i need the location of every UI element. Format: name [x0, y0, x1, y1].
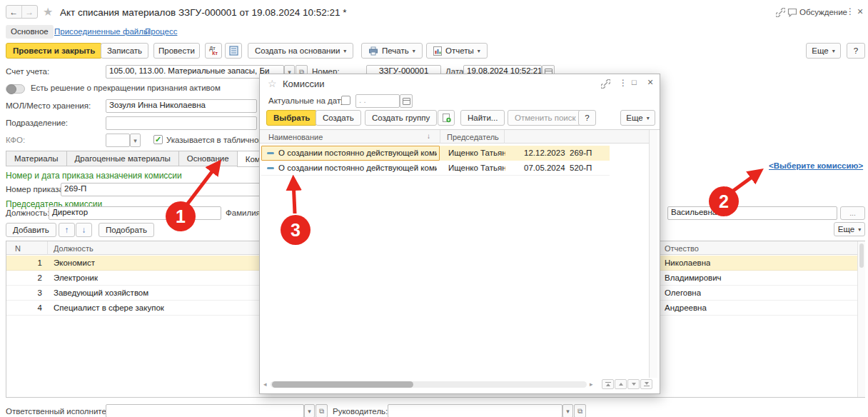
favorite-star-icon[interactable]: ★	[43, 5, 53, 19]
check-icon: ✓	[155, 135, 161, 144]
modal-menu-dots-icon[interactable]: ⋮	[619, 78, 627, 88]
column-header-name[interactable]: Наименование	[268, 133, 323, 141]
nav-item-process[interactable]: Процесс	[145, 27, 177, 36]
form-more-button[interactable]: Еще▾	[806, 43, 841, 59]
tab-basis[interactable]: Основание	[178, 151, 238, 166]
add-row-button[interactable]: Добавить	[6, 223, 56, 237]
manager-open-button[interactable]: ⧉	[574, 404, 586, 417]
horizontal-scrollbar[interactable]	[271, 381, 587, 388]
responsible-label: Ответственный исполнитель:	[6, 407, 117, 416]
go-first-button[interactable]	[602, 379, 614, 389]
post-button[interactable]: Провести	[153, 43, 200, 59]
department-field[interactable]	[106, 116, 257, 130]
dt-kt-button[interactable]: ДтКт	[205, 43, 222, 59]
choose-commission-link[interactable]: <Выберите комиссию>	[769, 161, 863, 170]
list-row[interactable]: О создании постоянно действующей комисси…	[261, 161, 610, 176]
discussion-label[interactable]: Обсуждение	[799, 8, 847, 16]
row-patronymic: Олеговна	[665, 288, 701, 297]
patronymic-field[interactable]: Васильевна	[667, 206, 837, 220]
order-number-field[interactable]: 269-П	[61, 183, 268, 196]
responsible-field[interactable]	[106, 404, 304, 417]
back-icon: ←	[9, 7, 18, 17]
titlebar-close-icon[interactable]: ×	[857, 6, 863, 17]
responsible-dropdown-button[interactable]: ▾	[304, 404, 315, 417]
actual-date-calendar-button[interactable]	[400, 94, 413, 108]
kfo-field[interactable]	[106, 134, 130, 147]
triangle-down-icon	[645, 382, 649, 385]
row-number: 520-П	[570, 164, 592, 172]
move-down-button[interactable]: ↓	[76, 223, 92, 237]
mol-label: МОЛ/Место хранения:	[6, 101, 91, 110]
copy-document-icon	[442, 113, 451, 123]
chevron-down-icon: ▾	[413, 48, 415, 54]
tab-precious-materials[interactable]: Драгоценные материалы	[66, 151, 179, 166]
mol-field[interactable]: Зозуля Инна Николаевна	[106, 99, 257, 113]
pick-button[interactable]: Подобрать	[99, 223, 154, 237]
position-field[interactable]: Директор	[49, 206, 221, 220]
modal-cancel-search-button[interactable]: Отменить поиск	[508, 110, 583, 126]
column-header-n[interactable]: N	[15, 244, 21, 253]
create-based-on-button[interactable]: Создать на основании▾	[248, 43, 353, 59]
triangle-up-icon	[619, 383, 623, 386]
back-button[interactable]: ←	[6, 6, 22, 18]
ellipsis-icon: ...	[849, 209, 855, 217]
modal-star-icon[interactable]: ☆	[268, 78, 277, 89]
table-vertical-scrollbar[interactable]	[857, 241, 865, 397]
write-button[interactable]: Записать	[101, 43, 148, 59]
top-bar-icon	[605, 382, 611, 383]
responsible-open-button[interactable]: ⧉	[316, 404, 328, 417]
column-header-position[interactable]: Должность	[54, 244, 94, 253]
post-and-close-button[interactable]: Провести и закрыть	[6, 43, 102, 59]
members-more-button[interactable]: Еще▾	[834, 222, 865, 236]
reports-button[interactable]: Отчеты▾	[426, 43, 488, 59]
row-number: 2	[6, 273, 42, 282]
link-icon[interactable]	[776, 8, 785, 17]
actual-date-field[interactable]: . .	[355, 94, 400, 108]
forward-button[interactable]: →	[22, 6, 37, 18]
printer-icon	[368, 46, 378, 56]
chevron-down-icon: ▾	[308, 408, 311, 415]
modal-maximize-icon[interactable]: □	[632, 78, 637, 86]
sort-down-icon: ↓	[427, 132, 430, 140]
manager-label: Руководитель:	[333, 407, 388, 416]
move-up-button[interactable]: ↑	[59, 223, 75, 237]
patronymic-ellipsis-button[interactable]: ...	[840, 206, 865, 220]
modal-link-icon[interactable]	[601, 79, 610, 89]
account-field[interactable]: 105.00, 113.00. Материальные запасы, Би	[106, 65, 284, 79]
tabular-checkbox[interactable]: ✓	[153, 135, 163, 144]
modal-create-group-button[interactable]: Создать группу	[365, 110, 437, 126]
column-header-chairman[interactable]: Председатель	[447, 133, 499, 141]
scrollbar-thumb[interactable]	[859, 243, 864, 268]
go-next-button[interactable]	[627, 379, 640, 389]
asset-toggle[interactable]	[6, 84, 25, 94]
kfo-dropdown-button[interactable]: ▾	[130, 134, 141, 147]
row-number: 269-П	[570, 149, 592, 157]
register-records-button[interactable]	[225, 43, 242, 59]
tab-materials[interactable]: Материалы	[6, 151, 67, 166]
manager-dropdown-button[interactable]: ▾	[562, 404, 573, 417]
scrollbar-thumb[interactable]	[272, 381, 413, 388]
modal-help-button[interactable]: ?	[578, 110, 596, 126]
scroll-left-icon[interactable]: ◂	[263, 381, 267, 388]
discussion-icon[interactable]	[787, 8, 797, 17]
list-row-selected[interactable]: О создании постоянно действующей комисси…	[261, 146, 610, 161]
list-vertical-scrollbar[interactable]	[649, 130, 657, 378]
forward-icon: →	[25, 7, 34, 17]
modal-select-button[interactable]: Выбрать	[266, 110, 317, 126]
modal-more-button[interactable]: Еще▾	[620, 110, 655, 126]
column-header-patronymic[interactable]: Отчество	[665, 244, 699, 253]
modal-create-button[interactable]: Создать	[316, 110, 361, 126]
modal-find-button[interactable]: Найти...	[460, 110, 505, 126]
titlebar-menu-dots-icon[interactable]: ⋮	[846, 6, 854, 16]
manager-field[interactable]	[388, 404, 562, 417]
nav-item-main[interactable]: Основное	[6, 25, 54, 39]
actual-date-checkbox[interactable]	[341, 96, 350, 105]
print-button[interactable]: Печать▾	[361, 43, 423, 59]
nav-item-attached-files[interactable]: Присоединенные файлы	[54, 27, 149, 36]
go-prev-button[interactable]	[615, 379, 627, 389]
go-last-button[interactable]	[640, 379, 652, 389]
scroll-right-icon[interactable]: ▸	[590, 381, 593, 388]
modal-create-copy-button[interactable]	[438, 110, 455, 126]
modal-close-icon[interactable]: ×	[647, 76, 653, 88]
form-help-button[interactable]: ?	[847, 43, 865, 59]
